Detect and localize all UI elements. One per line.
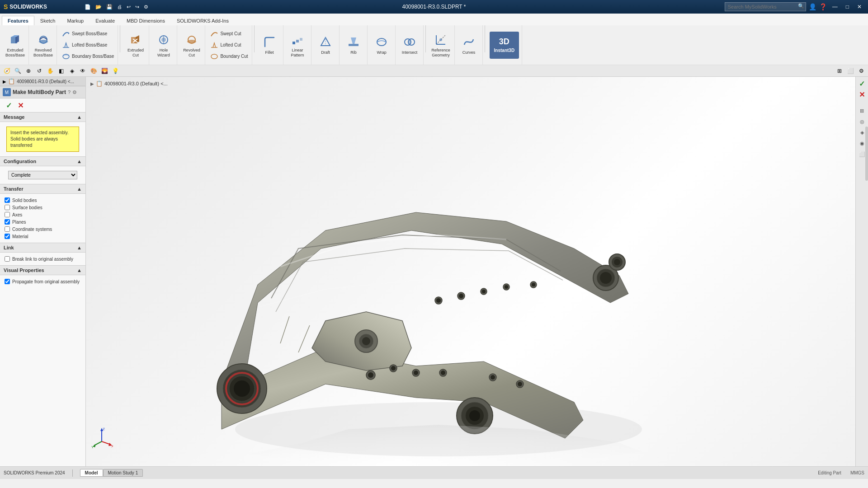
svg-point-68 [505, 285, 508, 289]
hide-show-btn[interactable]: 👁 [78, 66, 88, 76]
maximize-button[interactable]: □ [843, 0, 852, 14]
help-icon[interactable]: ❓ [819, 3, 827, 10]
tab-markup[interactable]: Markup [61, 16, 90, 25]
lighting-btn[interactable]: 💡 [110, 66, 120, 76]
propagate-checkbox[interactable] [5, 279, 10, 284]
viewport[interactable]: ▶ 📋 40098001-R3.0 (Default) <... [86, 77, 855, 466]
linear-pattern-button[interactable] [290, 33, 305, 47]
ribbon-tools: ExtrudedBoss/Base RevolvedBoss/Base Swep… [0, 25, 868, 65]
transfer-material: Material [5, 233, 81, 240]
visual-properties-section-header[interactable]: Visual Properties ▲ [0, 265, 85, 275]
toolbar-print-icon[interactable]: 🖨 [116, 4, 123, 10]
toolbar-redo-icon[interactable]: ↪ [134, 4, 141, 10]
rib-button[interactable] [346, 35, 361, 49]
feature-tree-arrow[interactable]: ▶ [3, 79, 6, 84]
toolbar-new-icon[interactable]: 📄 [83, 4, 92, 10]
surface-bodies-checkbox[interactable] [5, 205, 10, 210]
svg-rect-21 [300, 38, 302, 41]
transfer-solid-bodies: Solid bodies [5, 197, 81, 204]
svg-point-62 [436, 298, 441, 303]
display-style-btn[interactable]: ◈ [67, 66, 77, 76]
boundary-cut-button[interactable]: Boundary Cut [208, 51, 250, 62]
ribbon-divider-4 [485, 25, 485, 52]
extruded-cut-label: ExtrudedCut [127, 48, 144, 58]
right-view-btn-1[interactable]: ⊞ [857, 106, 867, 116]
panel-help-button[interactable]: ? [68, 89, 71, 95]
curves-button[interactable] [462, 35, 476, 49]
swept-boss-button[interactable]: Swept Boss/Base [60, 28, 116, 39]
toolbar-open-icon[interactable]: 📂 [94, 4, 103, 10]
panel-settings-button[interactable]: ⚙ [72, 89, 77, 95]
minimize-button[interactable]: — [830, 0, 840, 14]
cancel-button[interactable]: ✕ [15, 100, 25, 110]
intersect-button[interactable] [402, 35, 417, 49]
tab-model[interactable]: Model [80, 469, 103, 477]
wrap-button[interactable] [374, 35, 389, 49]
extruded-cut-button[interactable] [128, 33, 143, 47]
draft-button[interactable] [318, 35, 333, 49]
link-section-header[interactable]: Link ▲ [0, 243, 85, 253]
transfer-axes: Axes [5, 211, 81, 218]
extruded-boss-button[interactable] [8, 33, 23, 47]
right-cancel-button[interactable]: ✕ [857, 89, 867, 99]
hole-wizard-button[interactable] [156, 33, 171, 47]
tab-mbd[interactable]: MBD Dimensions [121, 16, 171, 25]
right-view-btn-2[interactable]: ◎ [857, 117, 867, 127]
view-settings-1[interactable]: ⊞ [835, 66, 844, 76]
view-settings-3[interactable]: ⚙ [856, 66, 866, 76]
swept-cut-button[interactable]: Swept Cut [208, 28, 250, 39]
configuration-section-header[interactable]: Configuration ▲ [0, 156, 85, 166]
zoom-btn[interactable]: 🔍 [13, 66, 23, 76]
instant3d-group: 3D Instant3D [487, 25, 523, 65]
fillet-button[interactable] [262, 35, 277, 49]
view-orient-button[interactable]: 🧭 [2, 66, 12, 76]
rotate-btn[interactable]: ↺ [34, 66, 44, 76]
planes-checkbox[interactable] [5, 219, 10, 225]
transfer-section-header[interactable]: Transfer ▲ [0, 184, 85, 194]
hole-wizard-group: HoleWizard [150, 25, 177, 65]
tab-features[interactable]: Features [2, 16, 34, 25]
tab-sketch[interactable]: Sketch [34, 16, 61, 25]
section-view-btn[interactable]: ◧ [56, 66, 66, 76]
tab-addins[interactable]: SOLIDWORKS Add-Ins [171, 16, 235, 25]
wrap-group: Wrap [368, 25, 396, 65]
right-ok-button[interactable]: ✓ [857, 79, 867, 89]
message-section-header[interactable]: Message ▲ [0, 112, 85, 122]
coordinate-systems-checkbox[interactable] [5, 226, 10, 232]
lofted-boss-icon [61, 41, 71, 50]
toolbar-settings-icon[interactable]: ⚙ [142, 4, 150, 10]
axes-checkbox[interactable] [5, 212, 10, 217]
ok-button[interactable]: ✓ [4, 100, 14, 110]
svg-point-37 [234, 380, 250, 397]
view-settings-2[interactable]: ⬜ [845, 66, 855, 76]
swept-boss-icon [61, 29, 71, 38]
user-icon[interactable]: 👤 [809, 3, 816, 10]
scene-btn[interactable]: 🌄 [99, 66, 109, 76]
tab-evaluate[interactable]: Evaluate [90, 16, 121, 25]
tab-motion-study[interactable]: Motion Study 1 [103, 469, 143, 477]
edit-appearance-btn[interactable]: 🎨 [89, 66, 99, 76]
pan-btn[interactable]: ✋ [45, 66, 55, 76]
status-right: Editing Part MMGS [818, 470, 864, 475]
boundary-boss-button[interactable]: Boundary Boss/Base [60, 51, 116, 62]
breadcrumb-icon: 📋 [96, 80, 103, 87]
zoom-fit-btn[interactable]: ⊕ [24, 66, 33, 76]
instant3d-button[interactable]: 3D Instant3D [490, 32, 519, 59]
material-checkbox[interactable] [5, 234, 10, 239]
configuration-section-content: Complete [0, 166, 85, 184]
solid-bodies-checkbox[interactable] [5, 197, 10, 203]
configuration-dropdown-wrapper: Complete [8, 171, 77, 179]
ribbon-divider-1 [120, 25, 120, 52]
toolbar-undo-icon[interactable]: ↩ [125, 4, 132, 10]
search-input[interactable] [725, 2, 806, 11]
revolved-boss-button[interactable] [36, 33, 51, 47]
lofted-cut-button[interactable]: Lofted Cut [208, 40, 250, 51]
lofted-boss-button[interactable]: Lofted Boss/Base [60, 40, 116, 51]
toolbar-save-icon[interactable]: 💾 [105, 4, 114, 10]
break-link-checkbox[interactable] [5, 256, 10, 262]
close-button[interactable]: ✕ [854, 0, 864, 14]
configuration-select[interactable]: Complete [8, 171, 77, 179]
svg-point-70 [532, 283, 535, 286]
revolved-cut-button[interactable] [184, 33, 199, 47]
reference-geometry-button[interactable] [434, 33, 448, 47]
